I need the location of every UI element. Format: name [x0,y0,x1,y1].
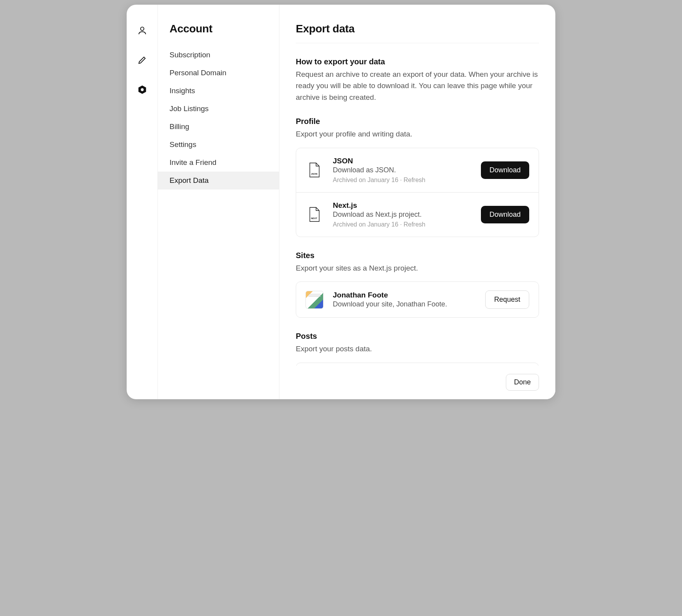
howto-heading: How to export your data [296,57,539,66]
request-site-button[interactable]: Request [485,290,529,309]
export-json-meta: Archived on January 16 · Refresh [333,177,472,184]
svg-text:JSON: JSON [311,173,317,175]
profile-heading: Profile [296,117,539,126]
site-title: Jonathan Foote [333,291,476,299]
sites-heading: Sites [296,251,539,260]
file-next-icon: NEXT [306,205,323,223]
settings-hex-icon[interactable] [137,84,148,95]
main-panel: Export data How to export your data Requ… [279,5,555,399]
svg-text:NEXT: NEXT [311,217,317,219]
export-nextjs-refresh[interactable]: Refresh [403,221,425,228]
export-json-refresh[interactable]: Refresh [403,177,425,183]
export-nextjs-archived: Archived on January 16 [333,221,398,228]
done-button[interactable]: Done [506,374,539,391]
settings-sidebar: Account Subscription Personal Domain Ins… [158,5,279,399]
howto-section: How to export your data Request an archi… [296,57,539,103]
sidebar-item-export-data[interactable]: Export Data [158,172,279,189]
export-nextjs-meta: Archived on January 16 · Refresh [333,221,472,228]
export-nextjs-sub: Download as Next.js project. [333,211,472,219]
file-json-icon: JSON [306,161,323,179]
posts-heading: Posts [296,332,539,341]
download-json-button[interactable]: Download [481,161,529,179]
export-json-sub: Download as JSON. [333,166,472,174]
sidebar-item-personal-domain[interactable]: Personal Domain [158,64,279,82]
howto-body: Request an archive to create an export o… [296,69,539,103]
sites-card-group: Jonathan Foote Download your site, Jonat… [296,281,539,318]
export-json-row: JSON JSON Download as JSON. Archived on … [296,148,539,192]
export-nextjs-row: NEXT Next.js Download as Next.js project… [296,192,539,237]
sites-desc: Export your sites as a Next.js project. [296,262,539,274]
page-title: Export data [296,23,539,43]
export-nextjs-title: Next.js [333,201,472,210]
pencil-icon[interactable] [137,55,148,65]
sidebar-item-insights[interactable]: Insights [158,82,279,100]
export-json-title: JSON [333,157,472,165]
sidebar-title: Account [158,23,279,46]
site-sub: Download your site, Jonathan Foote. [333,300,476,308]
sidebar-item-subscription[interactable]: Subscription [158,46,279,64]
sites-section: Sites Export your sites as a Next.js pro… [296,251,539,318]
svg-point-0 [140,27,144,30]
download-nextjs-button[interactable]: Download [481,206,529,223]
sidebar-item-billing[interactable]: Billing [158,118,279,136]
svg-point-2 [141,88,143,91]
settings-modal: Account Subscription Personal Domain Ins… [127,5,555,399]
icon-rail [127,5,158,399]
sidebar-item-invite-friend[interactable]: Invite a Friend [158,154,279,172]
profile-card-group: JSON JSON Download as JSON. Archived on … [296,148,539,237]
posts-desc: Export your posts data. [296,343,539,354]
modal-footer: Done [279,366,555,399]
sidebar-item-settings[interactable]: Settings [158,136,279,154]
profile-section: Profile Export your profile and writing … [296,117,539,237]
site-row: Jonathan Foote Download your site, Jonat… [296,282,539,317]
posts-card-group [296,363,539,366]
posts-section: Posts Export your posts data. [296,332,539,366]
profile-desc: Export your profile and writing data. [296,128,539,140]
sidebar-item-job-listings[interactable]: Job Listings [158,100,279,118]
site-thumbnail-icon [306,291,323,309]
export-json-archived: Archived on January 16 [333,177,398,183]
profile-icon[interactable] [137,25,148,36]
